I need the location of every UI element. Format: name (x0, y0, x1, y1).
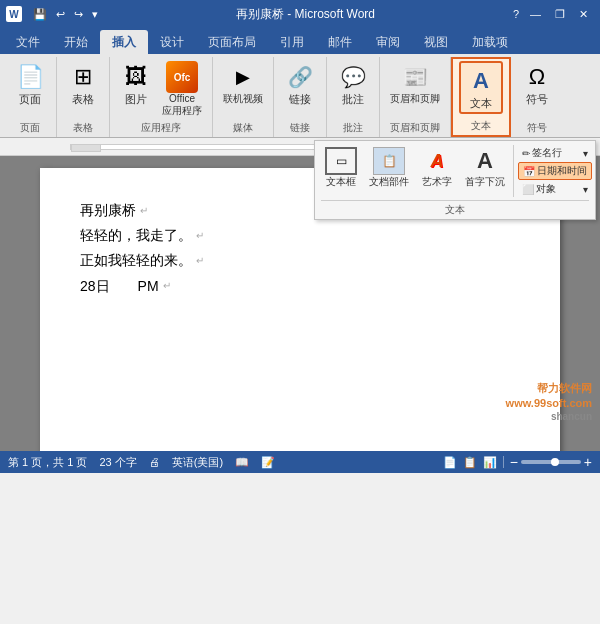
app-icon: W (6, 6, 22, 22)
page-icon: 📄 (14, 61, 46, 93)
wordart-label: 艺术字 (422, 175, 452, 189)
ribbon-tabs: 文件 开始 插入 设计 页面布局 引用 邮件 审阅 视图 加载项 (0, 28, 600, 54)
page-button[interactable]: 📄 页面 (10, 59, 50, 108)
picture-button[interactable]: 🖼 图片 (116, 59, 156, 108)
tab-file[interactable]: 文件 (4, 30, 52, 54)
symbol-label: 符号 (526, 93, 548, 106)
signature-line-button[interactable]: ✏ 签名行 ▾ (518, 145, 592, 161)
tab-home[interactable]: 开始 (52, 30, 100, 54)
group-media: ▶ 联机视频 媒体 (213, 57, 274, 137)
view-mode-outline[interactable]: 📊 (483, 456, 497, 469)
doc-line-3: 正如我轻轻的来。 ↵ (80, 248, 520, 273)
zoom-slider[interactable] (521, 460, 581, 464)
tab-view[interactable]: 视图 (412, 30, 460, 54)
group-media-label: 媒体 (233, 121, 253, 135)
minimize-button[interactable]: — (524, 6, 547, 23)
online-video-label: 联机视频 (223, 93, 263, 105)
group-symbol-content: Ω 符号 (517, 59, 557, 119)
group-header-footer: 📰 页眉和页脚 页眉和页脚 (380, 57, 451, 137)
office-app-icon: Ofc (166, 61, 198, 93)
docpart-label: 文档部件 (369, 175, 409, 189)
table-button[interactable]: ⊞ 表格 (63, 59, 103, 108)
status-bar: 第 1 页，共 1 页 23 个字 🖨 英语(美国) 📖 📝 📄 📋 📊 − + (0, 451, 600, 473)
group-page-label: 页面 (20, 121, 40, 135)
view-mode-web[interactable]: 📋 (463, 456, 477, 469)
watermark-line1: 帮力软件网 (506, 381, 592, 395)
datetime-button[interactable]: 📅 日期和时间 (518, 162, 592, 180)
header-footer-icon: 📰 (399, 61, 431, 93)
title-bar: W 💾 ↩ ↪ ▾ 再别康桥 - Microsoft Word ? — ❐ ✕ (0, 0, 600, 28)
doc-text-3: 正如我轻轻的来。 (80, 248, 192, 273)
paragraph-mark-1: ↵ (140, 202, 148, 220)
page-info: 第 1 页，共 1 页 (8, 455, 87, 470)
close-button[interactable]: ✕ (573, 6, 594, 23)
zoom-thumb (551, 458, 559, 466)
title-bar-left: W 💾 ↩ ↪ ▾ (6, 6, 101, 23)
tab-design[interactable]: 设计 (148, 30, 196, 54)
view-mode-print[interactable]: 📄 (443, 456, 457, 469)
group-text-label: 文本 (471, 119, 491, 133)
help-button[interactable]: ? (510, 6, 522, 23)
expanded-group-label: 文本 (321, 200, 589, 217)
save-button[interactable]: 💾 (30, 6, 50, 23)
link-label: 链接 (289, 93, 311, 106)
online-video-button[interactable]: ▶ 联机视频 (219, 59, 267, 107)
watermark: 帮力软件网 www.99soft.com shancun (506, 381, 592, 423)
tab-insert[interactable]: 插入 (100, 30, 148, 54)
online-video-icon: ▶ (227, 61, 259, 93)
office-app-button[interactable]: Ofc Office应用程序 (158, 59, 206, 119)
undo-button[interactable]: ↩ (53, 6, 68, 23)
status-left: 第 1 页，共 1 页 23 个字 🖨 英语(美国) 📖 📝 (8, 455, 275, 470)
table-label: 表格 (72, 93, 94, 106)
lang-icon: 🖨 (149, 456, 160, 468)
symbol-button[interactable]: Ω 符号 (517, 59, 557, 108)
group-comment-content: 💬 批注 (333, 59, 373, 119)
paragraph-mark-4: ↵ (163, 277, 171, 295)
object-button[interactable]: ⬜ 对象 ▾ (518, 181, 592, 197)
expanded-row-1: ▭ 文本框 📋 文档部件 A 艺术字 A 首字下沉 ✏ 签名行 ▾ 📅 日期和时… (321, 145, 589, 197)
changes-icon: 📝 (261, 456, 275, 469)
textbox-button[interactable]: ▭ 文本框 (321, 145, 361, 191)
zoom-in-button[interactable]: + (584, 454, 592, 470)
doc-line-2: 轻轻的，我走了。 ↵ (80, 223, 520, 248)
quick-access-dropdown[interactable]: ▾ (89, 6, 101, 23)
group-page-content: 📄 页面 (10, 59, 50, 119)
text-right-buttons: ✏ 签名行 ▾ 📅 日期和时间 ⬜ 对象 ▾ (513, 145, 592, 197)
group-header-footer-content: 📰 页眉和页脚 (386, 59, 444, 119)
tab-mail[interactable]: 邮件 (316, 30, 364, 54)
language: 英语(美国) (172, 455, 223, 470)
zoom-out-button[interactable]: − (510, 454, 518, 470)
dropcap-button[interactable]: A 首字下沉 (461, 145, 509, 191)
word-count: 23 个字 (99, 455, 136, 470)
group-text-content: A 文本 (459, 61, 503, 117)
group-illustration-content: 🖼 图片 Ofc Office应用程序 (116, 59, 206, 119)
wordart-button[interactable]: A 艺术字 (417, 145, 457, 191)
ribbon-content: 📄 页面 页面 ⊞ 表格 表格 🖼 图片 Ofc Office应 (0, 54, 600, 138)
doc-text-2: 轻轻的，我走了。 (80, 223, 192, 248)
watermark-line2: www.99soft.com (506, 396, 592, 410)
text-button[interactable]: A 文本 (459, 61, 503, 114)
restore-button[interactable]: ❐ (549, 6, 571, 23)
comment-button[interactable]: 💬 批注 (333, 59, 373, 108)
group-link: 🔗 链接 链接 (274, 57, 327, 137)
signature-icon: ✏ (522, 148, 530, 159)
group-illustration-label: 应用程序 (141, 121, 181, 135)
header-footer-button[interactable]: 📰 页眉和页脚 (386, 59, 444, 107)
group-symbol: Ω 符号 符号 (511, 57, 563, 137)
docpart-button[interactable]: 📋 文档部件 (365, 145, 413, 191)
wordart-icon: A (421, 147, 453, 175)
link-button[interactable]: 🔗 链接 (280, 59, 320, 108)
group-symbol-label: 符号 (527, 121, 547, 135)
tab-addins[interactable]: 加载项 (460, 30, 520, 54)
picture-label: 图片 (125, 93, 147, 106)
tab-references[interactable]: 引用 (268, 30, 316, 54)
tab-review[interactable]: 审阅 (364, 30, 412, 54)
redo-button[interactable]: ↪ (71, 6, 86, 23)
text-group-expanded: ▭ 文本框 📋 文档部件 A 艺术字 A 首字下沉 ✏ 签名行 ▾ 📅 日期和时… (314, 140, 596, 220)
header-footer-label: 页眉和页脚 (390, 93, 440, 105)
group-table-label: 表格 (73, 121, 93, 135)
signature-dropdown: ▾ (583, 148, 588, 159)
object-icon: ⬜ (522, 184, 534, 195)
tab-layout[interactable]: 页面布局 (196, 30, 268, 54)
group-link-content: 🔗 链接 (280, 59, 320, 119)
